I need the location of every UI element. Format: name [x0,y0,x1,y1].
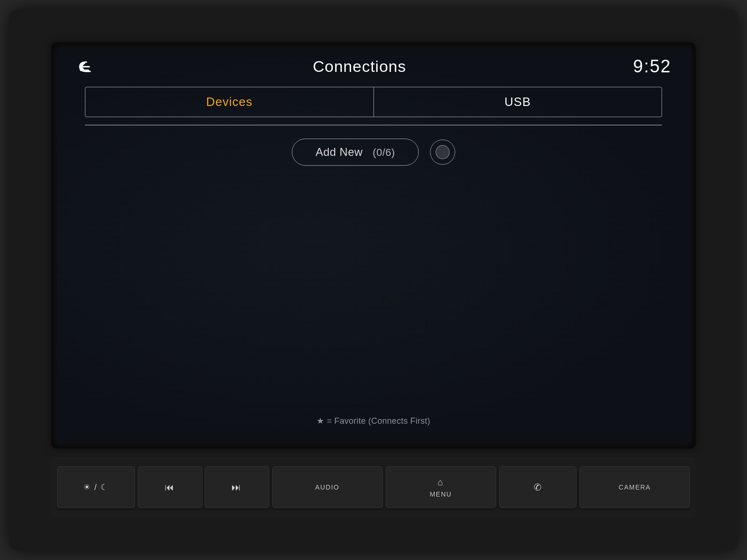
circle-action-button[interactable] [430,140,455,165]
skip-back-button[interactable]: ⏮ [138,466,203,508]
circle-icon [436,145,450,159]
back-arrow-icon [76,58,94,75]
skip-back-icon: ⏮ [165,482,175,493]
screen-bezel: Connections 9:52 Devices USB Add New (0/… [51,42,696,448]
tab-usb[interactable]: USB [374,87,662,117]
camera-button[interactable]: CAMERA [579,466,690,508]
main-screen: Connections 9:52 Devices USB Add New (0/… [57,48,690,443]
tab-bar: Devices USB [85,87,662,117]
hardware-buttons-row: ☀ / ☾ ⏮ ⏭ AUDIO ⌂ MENU ✆ CAMERA [51,457,696,518]
header-bar: Connections 9:52 [57,48,690,82]
page-title: Connections [94,57,625,76]
media-controls-group: ⏮ ⏭ [138,466,269,508]
brightness-button[interactable]: ☀ / ☾ [57,466,135,508]
skip-forward-icon: ⏭ [232,482,242,493]
tab-devices[interactable]: Devices [85,87,374,117]
footer-hint: ★ = Favorite (Connects First) [317,416,430,426]
car-infotainment-unit: Connections 9:52 Devices USB Add New (0/… [9,9,738,551]
home-icon: ⌂ [437,477,444,488]
brightness-icon: ☀ / ☾ [83,482,109,492]
phone-button[interactable]: ✆ [499,466,577,508]
audio-button[interactable]: AUDIO [272,466,383,508]
add-new-button[interactable]: Add New (0/6) [292,139,419,166]
device-count: (0/6) [373,147,395,158]
camera-label: CAMERA [619,483,651,491]
empty-device-list [85,173,662,430]
phone-icon: ✆ [534,482,543,493]
back-button[interactable] [76,58,94,75]
clock-display: 9:52 [625,56,671,77]
add-new-label: Add New [316,146,363,158]
skip-forward-button[interactable]: ⏭ [204,466,269,508]
menu-button[interactable]: ⌂ MENU [386,466,496,508]
add-device-row: Add New (0/6) [85,139,662,166]
footer-hint-text: ★ = Favorite (Connects First) [317,416,430,426]
menu-label: MENU [430,490,451,498]
content-area: Add New (0/6) [57,126,690,443]
audio-label: AUDIO [315,483,339,491]
